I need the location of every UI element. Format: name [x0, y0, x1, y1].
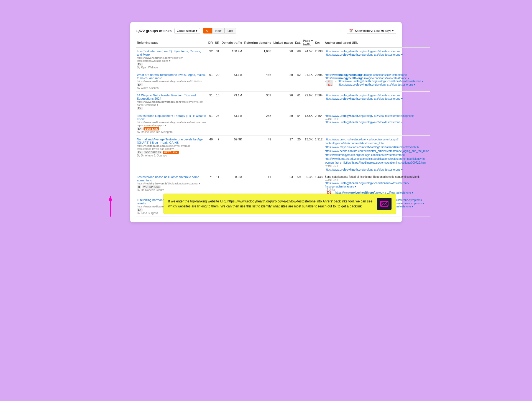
domain-traffic-value: 130.4M [221, 48, 243, 71]
ext-value: 25 [294, 136, 302, 173]
ext-value: 59 [294, 173, 302, 196]
referring-domains-value: 1,088 [243, 48, 272, 71]
page-traffic-value: 24.5K [302, 48, 314, 71]
author-label: By Dr. Alvaro J. Ocampo [137, 154, 206, 157]
referring-domains-value: 42 [243, 136, 272, 173]
referring-domains-value: 436 [243, 71, 272, 92]
lang-badge: EN [137, 208, 143, 212]
anchor-link[interactable]: https://www.urologyhealth.org/urology-a-… [325, 114, 414, 117]
page-title-link[interactable]: Testosterone basso nell'uomo: sintomi e … [137, 175, 199, 182]
domain-traffic-value: 73.1M [221, 112, 243, 136]
content-label: CONTENT: [325, 178, 429, 181]
groups-count: 1,572 groups of links [136, 29, 172, 33]
wordpress-badge: WORDPRESS [144, 151, 162, 154]
show-history-button[interactable]: 📅 Show history: Last 30 days ▾ [347, 28, 396, 34]
domain-traffic-value: 73.1M [221, 92, 243, 112]
col-header-ur[interactable]: UR [214, 38, 221, 48]
best-link-badge: BEST LINK [144, 127, 160, 130]
page-title-link[interactable]: What are normal testosterone levels? Age… [137, 73, 206, 80]
col-header-ext[interactable]: Ext. [294, 38, 302, 48]
table-row: Testosterone Replacement Therapy (TRT): … [136, 112, 430, 136]
kw-value: 1,448 [314, 173, 324, 196]
best-link-badge: BEST LINK [163, 151, 179, 154]
col-header-linked-pages[interactable]: Linked pages [272, 38, 294, 48]
tab-all[interactable]: All [203, 28, 212, 34]
lang-badge: EN [137, 63, 143, 66]
target-link[interactable]: https://www.urologyhealth.org/urologic-c… [325, 182, 409, 188]
email-icon [380, 200, 389, 207]
tooltip-callout: If we enter the top-ranking website URL … [163, 194, 396, 214]
domain-traffic-value: 73.1M [221, 71, 243, 92]
referring-domains-value: 339 [243, 92, 272, 112]
linked-pages-value: 28 [272, 48, 294, 71]
author-label: By Ryan Wallace [137, 66, 206, 69]
dr-value: 91 [207, 92, 214, 112]
col-header-referring-domains[interactable]: Referring domains [243, 38, 272, 48]
referring-domains-value: 258 [243, 112, 272, 136]
col-header-page-traffic[interactable]: Page ▾traffic [302, 38, 314, 48]
page-traffic-value: 13.5K [302, 112, 314, 136]
target-link[interactable]: http://www.urologyhealth.org/urologic-co… [325, 77, 409, 80]
ur-value: 16 [214, 92, 221, 112]
filter-tabs: All New Lost [203, 28, 236, 34]
target-link[interactable]: https://www.urologyhealth.org/urology-a-… [325, 121, 403, 124]
linked-pages-value: 29 [272, 71, 294, 92]
anchor-link[interactable]: http://www.urologyhealth.org/urologic-co… [325, 73, 407, 76]
linked-pages-value: 26 [272, 92, 294, 112]
ur-value: 11 [214, 173, 221, 196]
redirect-badge: 301 [326, 80, 333, 83]
anchor-url-cell: https://www.urmc.rochester.edu/encyclope… [324, 136, 430, 173]
tab-new[interactable]: New [212, 28, 224, 34]
table-row: 14 Ways to Get a Harder Erection: Tips a… [136, 92, 430, 112]
page-title-link[interactable]: Low Testosterone (Low T): Symptoms, Caus… [137, 50, 201, 56]
col-header-kw[interactable]: Kw. [314, 38, 324, 48]
table-row: Testosterone basso nell'uomo: sintomi e … [136, 173, 430, 196]
target-link[interactable]: https://www.urologyhealth.org/urology-a-… [325, 97, 403, 100]
anchor-link-2[interactable]: https://www.mayocliniclabs.com/test-cata… [325, 146, 419, 149]
lang-badge: EN [137, 107, 143, 110]
page-title-link[interactable]: Normal and Average Testosterone Levels b… [137, 138, 203, 144]
kw-value: 2,584 [314, 92, 324, 112]
author-label: By Dr. Roberto Gindro [137, 189, 206, 192]
content-label: CONTENT: [325, 165, 429, 168]
ext-value: 68 [294, 48, 302, 71]
group-similar-button[interactable]: Group similar ▾ [174, 28, 200, 34]
dr-value: 46 [207, 136, 214, 173]
page-traffic-value: 13.3K [302, 136, 314, 173]
ur-value: 25 [214, 112, 221, 136]
anchor-link-1[interactable]: https://www.urmc.rochester.edu/encyclope… [325, 138, 398, 145]
page-traffic-value: 22.6K [302, 92, 314, 112]
anchor-link-6[interactable]: https://medlineplus.gov/ency/patientinst… [352, 161, 426, 164]
lang-badge: IT [137, 185, 141, 189]
ext-value: 54 [294, 112, 302, 136]
toolbar: 1,572 groups of links Group similar ▾ Al… [136, 28, 396, 34]
target-link[interactable]: https://www.urologyhealth.org/urology-a-… [325, 168, 403, 171]
anchor-url-cell: https://www.urologyhealth.org/urology-a-… [324, 112, 430, 136]
page-traffic-value: 6.3K [302, 173, 314, 196]
ur-value: 31 [214, 48, 221, 71]
col-header-dr[interactable]: DR [207, 38, 214, 48]
col-header-referring-page: Referring page [136, 38, 207, 48]
tab-lost[interactable]: Lost [224, 28, 236, 34]
email-icon-box [377, 198, 392, 210]
col-header-anchor-url: Anchor and target URL [324, 38, 430, 48]
anchor-link-4[interactable]: http://www.urologyhealth.org/urologic-co… [325, 153, 405, 156]
anchor-url-cell: https://www.urologyhealth.org/urology-a-… [324, 92, 430, 112]
dr-value: 71 [207, 173, 214, 196]
page-title-link[interactable]: 14 Ways to Get a Harder Erection: Tips a… [137, 94, 196, 100]
main-panel: 1,572 groups of links Group similar ▾ Al… [130, 22, 402, 222]
page-title-link[interactable]: Testosterone Replacement Therapy (TRT): … [137, 114, 206, 121]
anchor-url-cell: Sono notoriamente fattori di rischio per… [324, 173, 430, 196]
lang-badge: EN [137, 127, 143, 130]
anchor-link[interactable]: https://www.urologyhealth.org/urology-a-… [325, 94, 400, 97]
col-header-domain-traffic[interactable]: Domain traffic [221, 38, 243, 48]
calendar-icon: 📅 [349, 29, 353, 33]
kw-value: 2,896 [314, 71, 324, 92]
kw-value: 2,798 [314, 48, 324, 71]
target-link[interactable]: https://www.urologyhealth.org/urology-a-… [325, 53, 403, 56]
anchor-link[interactable]: https://www.urologyhealth.org/urology-a-… [325, 50, 400, 53]
ext-value: 61 [294, 92, 302, 112]
author-label: By Claire Sissons [137, 86, 206, 89]
kw-value: 2,454 [314, 112, 324, 136]
anchor-link-3[interactable]: https://www.health.harvard.edu/newslette… [325, 150, 429, 153]
